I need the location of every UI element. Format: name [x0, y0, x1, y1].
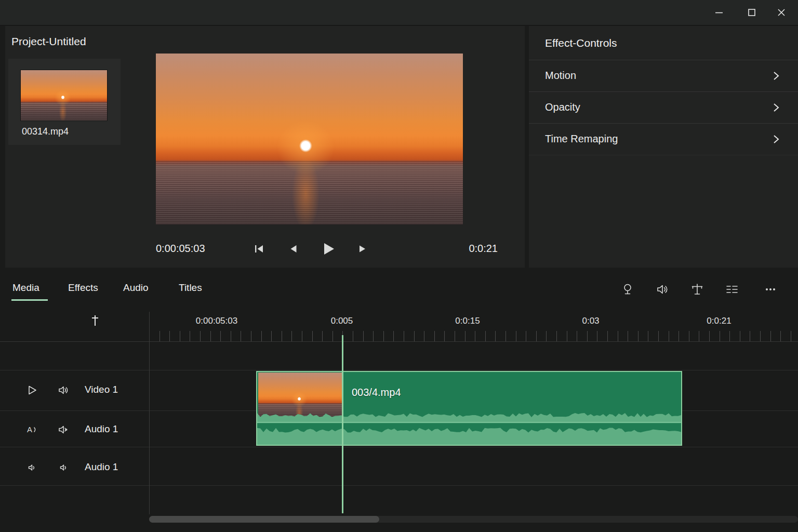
track-header-video-1: Video 1 [0, 370, 149, 410]
tab-effects[interactable]: Effects [68, 282, 98, 294]
clip-waveform [257, 409, 681, 445]
preview-duration: 0:0:21 [469, 243, 498, 255]
text-tool-button[interactable] [88, 313, 102, 328]
playhead[interactable] [342, 335, 343, 513]
track-header-audio-1: A Audio 1 [0, 410, 149, 447]
track-name: Video 1 [85, 384, 118, 395]
ruler-label: 0:0:21 [707, 316, 731, 326]
close-icon [777, 8, 786, 17]
track-list-icon [725, 282, 739, 297]
ruler-ticks [149, 331, 798, 341]
tab-media[interactable]: Media [12, 282, 39, 294]
timeline-ruler[interactable]: 0:00:05:03 0:005 0:0:15 0:03 0:0:21 [149, 312, 798, 341]
tab-label: Audio [123, 282, 149, 293]
speaker-icon [57, 384, 70, 396]
track-list-button[interactable] [724, 281, 740, 298]
track-hide-button[interactable] [25, 383, 38, 397]
ruler-label: 0:03 [582, 316, 599, 326]
speaker-icon [58, 462, 69, 473]
speaker-small-icon [26, 462, 37, 473]
timeline-scrollbar-track[interactable] [149, 516, 798, 523]
step-forward-button[interactable] [355, 242, 369, 256]
app-window: Project-Untitled 00314.mp4 0:00:05:03 0:… [0, 0, 798, 532]
track-mute-button[interactable] [57, 423, 70, 436]
close-button[interactable] [769, 0, 793, 25]
timeline-clip[interactable]: 003/4.mp4 [256, 371, 682, 446]
effect-row-motion[interactable]: Motion [529, 60, 798, 91]
ruler-label: 0:00:05:03 [196, 316, 237, 326]
active-tab-underline [11, 299, 48, 301]
play-icon [321, 241, 336, 257]
track-monitor-button[interactable] [25, 461, 38, 474]
track-header-audio-1b: Audio 1 [0, 447, 149, 485]
play-button[interactable] [320, 240, 337, 258]
tab-label: Effects [68, 282, 98, 293]
ruler-label: 0:0:15 [455, 316, 480, 326]
ruler-label: 0:005 [331, 316, 353, 326]
media-filename: 00314.mp4 [22, 126, 69, 137]
minimize-icon [715, 8, 723, 17]
effect-controls-title: Effect-Controls [545, 37, 617, 49]
effect-row-time-remapping[interactable]: Time Remaping [529, 124, 798, 155]
title-bar [0, 0, 798, 25]
maximize-icon [748, 8, 756, 17]
chevron-right-icon [773, 135, 779, 144]
track-mute-button[interactable] [57, 461, 70, 474]
volume-button[interactable] [654, 281, 671, 298]
effect-row-label: Time Remaping [545, 133, 618, 145]
maximize-button[interactable] [740, 0, 764, 25]
volume-icon [655, 282, 670, 297]
fader-button[interactable] [689, 281, 706, 298]
play-outline-icon [25, 384, 38, 396]
marker-icon [620, 282, 635, 297]
effect-row-label: Opacity [545, 101, 580, 113]
step-back-button[interactable] [286, 242, 301, 256]
more-button[interactable] [762, 281, 779, 298]
track-name: Audio 1 [85, 461, 118, 473]
minimize-button[interactable] [707, 0, 731, 25]
speaker-icon [57, 423, 70, 436]
svg-text:A: A [27, 425, 32, 434]
more-icon [763, 282, 778, 297]
effect-row-label: Motion [545, 70, 576, 82]
effect-row-opacity[interactable]: Opacity [529, 92, 798, 123]
track-mute-button[interactable] [57, 383, 70, 397]
text-tool-icon [89, 314, 101, 327]
tab-label: Media [12, 282, 39, 293]
tab-audio[interactable]: Audio [123, 282, 149, 294]
step-forward-icon [356, 243, 368, 255]
audio-letter-icon: A [25, 423, 38, 436]
project-panel-title: Project-Untitled [11, 35, 86, 48]
preview-video [156, 54, 463, 224]
preview-current-time: 0:00:05:03 [156, 243, 205, 255]
fader-icon [690, 282, 704, 297]
chevron-right-icon [773, 103, 779, 112]
skip-to-start-button[interactable] [252, 242, 267, 256]
track-name: Audio 1 [85, 423, 118, 435]
skip-to-start-icon [253, 243, 265, 255]
chevron-right-icon [773, 71, 779, 81]
step-back-icon [287, 243, 300, 255]
timeline-scrollbar-thumb[interactable] [149, 516, 379, 523]
media-thumbnail[interactable] [21, 70, 107, 121]
media-card[interactable]: 00314.mp4 [8, 59, 121, 145]
marker-tool-button[interactable] [619, 281, 636, 298]
tab-label: Titles [179, 282, 202, 293]
track-voice-button[interactable]: A [25, 423, 38, 436]
clip-label: 003/4.mp4 [352, 387, 401, 398]
tab-titles[interactable]: Titles [179, 282, 202, 294]
